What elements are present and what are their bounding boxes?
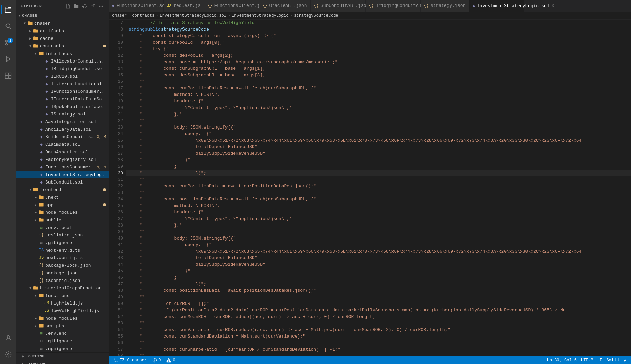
status-line-ending[interactable]: LF [596, 358, 604, 363]
status-cursor[interactable]: Ln 30, Col 6 [546, 358, 578, 363]
sidebar-item-AaveIntegration[interactable]: ◆ AaveIntegration.sol [16, 118, 109, 125]
breadcrumb-class[interactable]: InvestmentStrategyLogic [232, 13, 289, 18]
sidebar-item-package-json[interactable]: {} package.json [16, 269, 109, 277]
sidebar-item-lowVolHighYield[interactable]: JS lowVolHighYield.js [16, 307, 109, 315]
outline-section[interactable]: ▶ OUTLINE [16, 352, 109, 360]
sidebar-item-gitignore-hgf[interactable]: ⊡ .gitignore [16, 337, 109, 345]
tab-SubConduitABI[interactable]: {} SubConduitABI.json [311, 0, 366, 12]
sidebar-item-ClaimData[interactable]: ◆ ClaimData.sol [16, 141, 109, 148]
breadcrumb-member[interactable]: strategySourceCode [294, 13, 339, 18]
breadcrumb-chaser[interactable]: chaser [112, 13, 127, 18]
sidebar-item-public[interactable]: ▶ public [16, 216, 109, 224]
status-language[interactable]: Solidity [605, 358, 628, 363]
status-warnings[interactable]: 0 [165, 356, 176, 364]
json-icon: {} [38, 270, 44, 276]
timeline-section[interactable]: ▶ TIMELINE [16, 360, 109, 364]
sidebar-item-historicalGraphFunction[interactable]: ▼ historicalGraphFunction [16, 284, 109, 292]
chevron-right-icon: ▶ [33, 316, 38, 321]
tab-BridgingConduitABI[interactable]: {} BridgingConduitABI.json [366, 0, 421, 12]
extensions-icon[interactable] [1, 69, 15, 82]
breadcrumb-file[interactable]: InvestmentStrategyLogic.sol [159, 13, 226, 18]
sidebar-item-frontend[interactable]: ▼ frontend [16, 186, 109, 194]
ISpokePool-label: ISpokePoolInterface.sol [51, 104, 106, 109]
sidebar-item-InvestmentStrategyLogic[interactable]: ◆ InvestmentStrategyLogic.sol [16, 171, 109, 178]
sidebar-item-functions[interactable]: ▼ functions [16, 292, 109, 299]
tab-request-js[interactable]: JS request.js [164, 0, 204, 12]
sidebar-item-tsconfig[interactable]: {} tsconfig.json [16, 277, 109, 284]
new-file-icon[interactable] [65, 3, 71, 10]
sidebar-item-AncillaryData[interactable]: ◆ AncillaryData.sol [16, 125, 109, 133]
code-content[interactable]: // Initiate Strategy as lowVolHighYield … [126, 20, 631, 356]
breadcrumb-contracts[interactable]: contracts [132, 13, 154, 18]
sidebar-item-SubConduit[interactable]: ◆ SubConduit.sol [16, 178, 109, 186]
sidebar-item-IInterestRate[interactable]: ◆ IInterestRateDataSource.sol [16, 95, 109, 103]
status-errors[interactable]: 0 [151, 356, 162, 364]
search-icon[interactable] [1, 19, 15, 33]
app-label: app [45, 202, 103, 208]
code-line: " const desSubgraphURL = base + args[3];… [126, 72, 631, 78]
tab-FunctionsClient-sol[interactable]: ◆ FunctionsClient.sol [109, 0, 164, 12]
sidebar-item-env-local[interactable]: ⊞ .env.local [16, 224, 109, 231]
ellipsis-icon[interactable] [98, 3, 104, 10]
status-branch[interactable]: EZ 0 chaser [112, 356, 148, 364]
BridgingConduit-label: BridgingConduit.sol [45, 134, 96, 140]
sidebar-item-ISpokePool[interactable]: ◆ ISpokePoolInterface.sol [16, 103, 109, 110]
sidebar-item-node-modules-fe[interactable]: ▶ node_modules [16, 209, 109, 216]
sidebar-item-IERC20[interactable]: ◆ IERC20.sol [16, 73, 109, 80]
sidebar-item-cache[interactable]: ▶ cache [16, 35, 109, 42]
sidebar-item-IFunctionsConsumer[interactable]: ◆ IFunctionsConsumer.sol [16, 88, 109, 95]
sidebar-item-next-env[interactable]: TS next-env.d.ts [16, 246, 109, 254]
sidebar-item-eslintrc[interactable]: {} .eslintrc.json [16, 231, 109, 239]
ts-icon: TS [38, 247, 44, 253]
code-line: " })"; [126, 281, 631, 287]
collapse-icon[interactable] [89, 3, 96, 10]
files-icon[interactable] [1, 3, 15, 16]
code-line: " const curPositionData = await curPosit… [126, 183, 631, 189]
new-folder-icon[interactable] [73, 3, 80, 10]
sidebar-item-npmignore[interactable]: ⊡ .npmignore [16, 345, 109, 352]
sidebar-item-node-modules-hgf[interactable]: ▶ node_modules [16, 315, 109, 322]
refresh-icon[interactable] [81, 3, 88, 10]
sidebar-item-chaser[interactable]: ▼ chaser [16, 20, 109, 27]
sidebar-item-next[interactable]: ▶ .next [16, 194, 109, 201]
folder-icon [38, 293, 44, 298]
folder-icon [38, 210, 44, 215]
sidebar-item-BridgingConduit[interactable]: ◆ BridgingConduit.sol 3, M [16, 133, 109, 141]
sidebar-item-FunctionsConsumer[interactable]: ◆ FunctionsConsumer.sol 4, M [16, 163, 109, 171]
settings-icon[interactable] [1, 348, 15, 361]
sidebar-item-IAllocatorConduit[interactable]: ◆ IAllocatorConduit.sol [16, 57, 109, 65]
lowVolHighYield-label: lowVolHighYield.js [51, 308, 106, 313]
sidebar-item-scripts[interactable]: ▶ scripts [16, 322, 109, 330]
status-encoding[interactable]: UTF-8 [579, 358, 595, 363]
source-control-icon[interactable]: 1 [1, 36, 15, 49]
npmignore-label: .npmignore [45, 346, 106, 351]
tab-InvestmentStrategyLogic-sol[interactable]: ◆ InvestmentStrategyLogic.sol × [469, 0, 524, 12]
sidebar-item-app[interactable]: ▶ app [16, 201, 109, 209]
sidebar-item-root-chaser[interactable]: ▼ CHASER [16, 12, 109, 20]
tab-close-icon[interactable]: × [552, 3, 554, 9]
code-line: " })"; [126, 170, 631, 176]
sidebar-item-FactoryRegistry[interactable]: ◆ FactoryRegistry.sol [16, 156, 109, 163]
sidebar-item-gitignore-fe[interactable]: ⊡ .gitignore [16, 239, 109, 246]
sidebar-item-interfaces[interactable]: ▼ interfaces [16, 50, 109, 57]
sidebar-item-IBridgingConduit[interactable]: ◆ IBridgingConduit.sol [16, 65, 109, 73]
sidebar-item-next-config[interactable]: JS next.config.js [16, 254, 109, 262]
tab-strategy-json[interactable]: {} strategy.json [421, 0, 469, 12]
sidebar-item-env-enc[interactable]: ⊞ .env.enc [16, 330, 109, 337]
run-icon[interactable] [1, 52, 15, 66]
frontend-label: frontend [40, 187, 103, 192]
tab-OracleABI[interactable]: {} OracleABI.json [259, 0, 310, 12]
sidebar-item-artifacts[interactable]: ▶ artifacts [16, 27, 109, 35]
account-icon[interactable] [1, 331, 15, 345]
sidebar-item-highYield[interactable]: JS highYield.js [16, 299, 109, 307]
sidebar-item-IExternalFunctions[interactable]: ◆ IExternalFunctionsIntegration.sol [16, 80, 109, 88]
tab-FunctionsClient-json[interactable]: {} FunctionsClient.json [204, 0, 259, 12]
root-label: CHASER [22, 14, 106, 18]
code-line: " const desPoolId = args[2];" [126, 52, 631, 59]
env-icon: ⊞ [38, 225, 44, 230]
sidebar-item-package-lock[interactable]: {} package-lock.json [16, 262, 109, 269]
sidebar-item-contracts[interactable]: ▼ contracts [16, 42, 109, 50]
sol-icon: ◆ [44, 74, 49, 79]
sidebar-item-IStrategy[interactable]: ◆ IStrategy.sol [16, 110, 109, 118]
sidebar-item-DataAsserter[interactable]: ◆ DataAsserter.sol [16, 148, 109, 156]
